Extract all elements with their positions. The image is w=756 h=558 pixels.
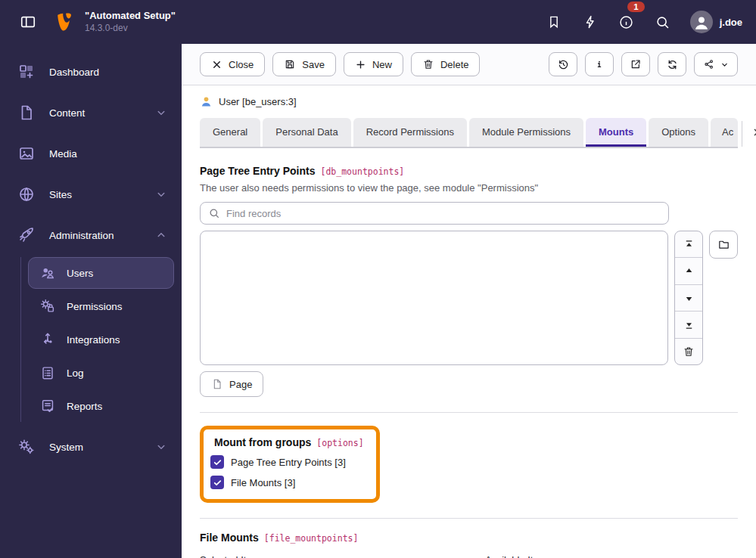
new-button-label: New	[372, 59, 392, 70]
page-tree-entry-points-checkbox[interactable]	[210, 455, 224, 469]
field-description: The user also needs permissions to view …	[200, 182, 738, 194]
sidebar-item-system[interactable]: System	[0, 426, 182, 467]
file-mounts-checkbox[interactable]	[210, 476, 224, 489]
gears-icon	[17, 437, 36, 457]
rocket-icon	[17, 225, 36, 245]
sidebar-item-label: Users	[67, 268, 93, 279]
new-button[interactable]: New	[344, 52, 403, 76]
move-to-top-button[interactable]	[675, 231, 702, 258]
mount-from-groups-highlight: Mount from groups[options] Page Tree Ent…	[200, 426, 380, 503]
sidebar-item-label: Sites	[49, 189, 72, 200]
page-icon	[211, 378, 223, 390]
sidebar-item-label: Dashboard	[49, 67, 99, 78]
add-page-button[interactable]: Page	[200, 371, 263, 397]
close-icon	[211, 59, 222, 70]
listbox-controls	[674, 231, 703, 365]
trash-icon	[683, 346, 695, 358]
systeminfo-button[interactable]: 1	[611, 7, 642, 37]
bookmark-icon	[546, 14, 562, 29]
bookmarks-button[interactable]	[539, 7, 569, 37]
sidebar-item-media[interactable]: Media	[0, 133, 182, 174]
checkbox-label: File Mounts [3]	[231, 477, 295, 488]
docheader: Close Save New Delete	[182, 44, 756, 85]
chevron-right-icon	[750, 126, 756, 138]
info-button[interactable]	[585, 52, 614, 76]
site-title-block[interactable]: "Automated Setup" 14.3.0-dev	[85, 10, 176, 33]
check-icon	[213, 457, 222, 467]
close-button[interactable]: Close	[200, 52, 265, 76]
page-tree-entry-points-field: Page Tree Entry Points[db_mountpoints] T…	[200, 165, 738, 397]
refresh-icon	[666, 58, 679, 71]
move-down-button[interactable]	[675, 285, 702, 312]
record-title: User [be_users:3]	[219, 96, 297, 107]
trash-icon	[422, 58, 434, 70]
move-to-bottom-button[interactable]	[675, 312, 702, 338]
sidebar-item-content[interactable]: Content	[0, 92, 182, 133]
tab-mounts[interactable]: Mounts	[586, 118, 646, 147]
sidebar-item-log[interactable]: Log	[28, 357, 174, 389]
check-icon	[213, 478, 222, 488]
move-to-bottom-icon	[683, 319, 695, 330]
tab-scroll-right-button[interactable]	[744, 118, 756, 147]
field-key: [db_mountpoints]	[321, 166, 405, 177]
browse-records-button[interactable]	[709, 231, 738, 259]
history-icon	[557, 58, 570, 71]
move-up-icon	[683, 265, 695, 277]
document-check-icon	[39, 398, 56, 414]
tab-general[interactable]: General	[200, 118, 260, 147]
document-icon	[17, 103, 36, 122]
module-body: Close Save New Delete	[182, 44, 756, 558]
field-label-text: Mount from groups	[214, 436, 311, 448]
search-icon	[655, 14, 670, 30]
file-mounts-field: File Mounts[file_mountpoints] Selected I…	[200, 532, 738, 558]
info-icon	[593, 58, 605, 70]
chevron-down-icon	[154, 106, 168, 119]
available-items-label: Available Items	[485, 554, 714, 558]
refresh-button[interactable]	[658, 52, 686, 76]
tab-personal-data[interactable]: Personal Data	[263, 118, 350, 147]
find-records-searchbox	[200, 202, 669, 225]
sidebar-item-sites[interactable]: Sites	[0, 174, 182, 215]
delete-button[interactable]: Delete	[411, 52, 481, 76]
tab-access[interactable]: Ac	[711, 118, 738, 147]
open-in-new-button[interactable]	[621, 52, 650, 76]
sidebar-item-label: Log	[67, 367, 84, 379]
share-icon	[703, 58, 715, 70]
sidebar-item-integrations[interactable]: Integrations	[28, 324, 174, 355]
user-menu[interactable]: j.doe	[690, 11, 742, 33]
administration-submenu: Users Permissions Integrations Log Repor…	[20, 257, 174, 422]
sidebar-item-label: Reports	[67, 401, 102, 412]
sidebar-item-label: Media	[49, 148, 77, 160]
sidebar-item-dashboard[interactable]: Dashboard	[0, 51, 182, 92]
tab-record-permissions[interactable]: Record Permissions	[353, 118, 467, 147]
tab-module-permissions[interactable]: Module Permissions	[469, 118, 583, 147]
field-label-text: Page Tree Entry Points	[200, 165, 316, 177]
sidebar-item-administration[interactable]: Administration	[0, 215, 182, 256]
form-body: Page Tree Entry Points[db_mountpoints] T…	[182, 148, 756, 558]
history-button[interactable]	[549, 52, 577, 76]
share-button[interactable]	[694, 52, 738, 76]
tab-options[interactable]: Options	[649, 118, 708, 147]
plus-icon	[355, 59, 366, 70]
save-icon	[284, 58, 296, 70]
typo3-logo[interactable]	[53, 11, 76, 33]
save-button[interactable]: Save	[272, 52, 336, 76]
find-records-input[interactable]	[226, 208, 661, 219]
tab-separator	[742, 121, 742, 147]
users-icon	[39, 265, 56, 281]
branch-icon	[39, 331, 56, 348]
move-up-button[interactable]	[675, 258, 702, 284]
selected-items-column: Selected Items	[200, 554, 438, 558]
sidebar-item-reports[interactable]: Reports	[28, 390, 174, 422]
sidebar-item-permissions[interactable]: Permissions	[28, 290, 174, 322]
avatar-person-icon	[692, 12, 711, 32]
site-title: "Automated Setup"	[85, 10, 176, 22]
sidebar-item-users[interactable]: Users	[28, 257, 174, 289]
remove-item-button[interactable]	[675, 339, 702, 364]
field-key: [file_mountpoints]	[264, 533, 359, 544]
shortcuts-button[interactable]	[575, 7, 605, 37]
field-label: Page Tree Entry Points[db_mountpoints]	[200, 165, 738, 177]
sidebar-toggle-button[interactable]	[14, 8, 42, 36]
selected-pages-listbox[interactable]	[200, 231, 668, 365]
search-button[interactable]	[648, 7, 678, 37]
